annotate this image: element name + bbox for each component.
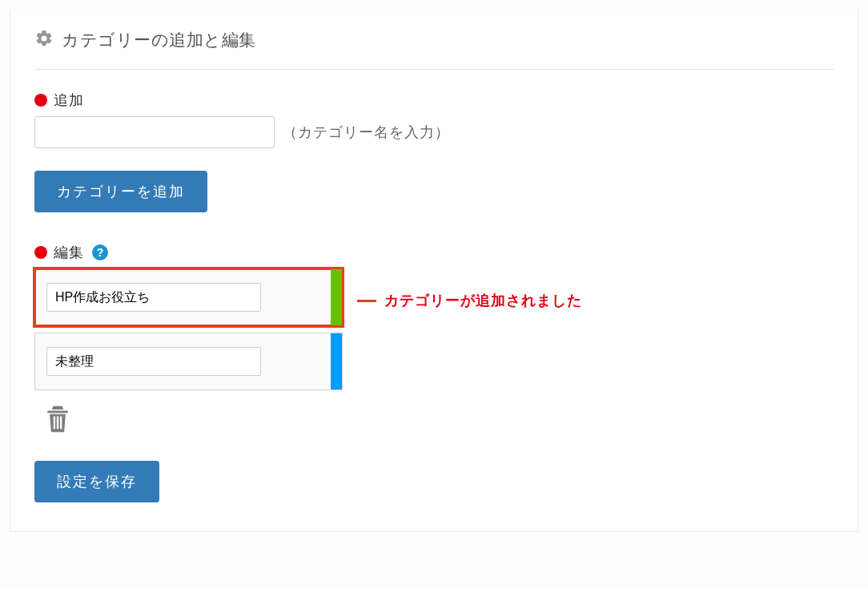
category-panel: カテゴリーの追加と編集 追加 （カテゴリー名を入力） カテゴリーを追加 編集 ? [10,10,858,532]
help-icon[interactable]: ? [92,244,108,260]
svg-rect-2 [60,417,62,430]
edit-row-wrap: カテゴリーが追加されました [34,268,834,333]
add-section: 追加 （カテゴリー名を入力） カテゴリーを追加 [34,91,834,212]
category-item-input[interactable] [46,283,261,312]
save-settings-button[interactable]: 設定を保存 [34,461,159,502]
add-section-label: 追加 [34,91,834,110]
bullet-icon [34,94,47,107]
gear-icon [34,29,54,51]
add-category-button[interactable]: カテゴリーを追加 [34,171,207,212]
color-indicator [331,269,342,325]
color-indicator [331,333,342,389]
panel-title: カテゴリーの追加と編集 [62,29,256,51]
edit-section: 編集 ? カテゴリーが追加されました [34,243,834,502]
category-item[interactable] [34,333,343,390]
add-row: （カテゴリー名を入力） [34,116,834,148]
annotation-line-icon [357,300,376,302]
edit-list: カテゴリーが追加されました [34,268,834,397]
category-name-input[interactable] [34,116,275,148]
bullet-icon [34,246,47,259]
category-item-input[interactable] [46,347,261,376]
svg-rect-1 [57,417,58,430]
add-label-text: 追加 [54,91,84,110]
trash-icon [44,401,71,434]
edit-section-label: 編集 ? [34,243,834,262]
annotation-text: カテゴリーが追加されました [384,291,582,310]
input-hint: （カテゴリー名を入力） [283,123,450,142]
edit-row-wrap [34,333,834,397]
panel-header: カテゴリーの追加と編集 [34,29,834,70]
edit-label-text: 編集 [54,243,84,262]
category-item[interactable] [34,268,343,326]
annotation-callout: カテゴリーが追加されました [357,291,582,310]
svg-rect-0 [54,417,55,430]
trash-dropzone[interactable] [44,401,834,437]
